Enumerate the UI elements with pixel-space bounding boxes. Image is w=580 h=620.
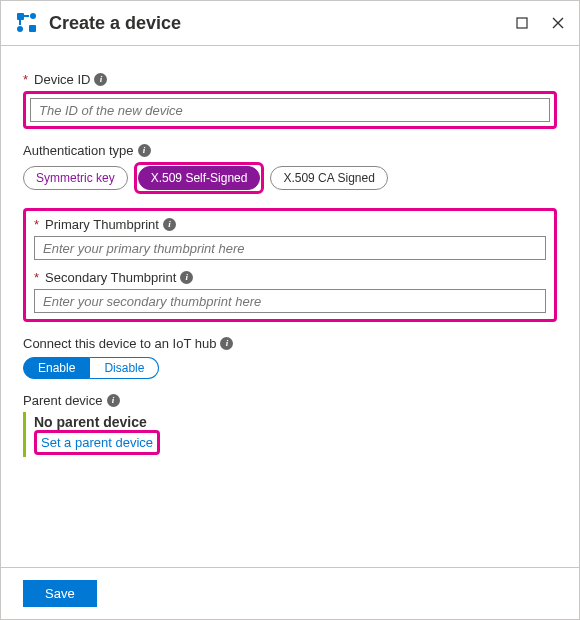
set-parent-link[interactable]: Set a parent device [41, 435, 153, 450]
info-icon[interactable]: i [180, 271, 193, 284]
close-button[interactable] [551, 16, 565, 30]
parent-none-text: No parent device [34, 414, 557, 430]
connect-enable[interactable]: Enable [23, 357, 90, 379]
required-indicator: * [34, 270, 39, 285]
svg-rect-6 [517, 18, 527, 28]
panel-title: Create a device [49, 13, 505, 34]
auth-type-label-row: Authentication type i [23, 143, 557, 158]
device-id-label: Device ID [34, 72, 90, 87]
maximize-button[interactable] [515, 16, 529, 30]
iot-logo-icon [15, 11, 39, 35]
svg-rect-3 [29, 25, 36, 32]
secondary-thumb-input[interactable] [34, 289, 546, 313]
parent-label: Parent device [23, 393, 103, 408]
device-id-label-row: * Device ID i [23, 72, 557, 87]
connect-section: Connect this device to an IoT hub i Enab… [23, 336, 557, 379]
connect-disable[interactable]: Disable [90, 357, 159, 379]
form-content: * Device ID i Authentication type i Symm… [1, 46, 579, 567]
auth-type-section: Authentication type i Symmetric key X.50… [23, 143, 557, 194]
connect-toggle: Enable Disable [23, 357, 557, 379]
titlebar: Create a device [1, 1, 579, 41]
info-icon[interactable]: i [94, 73, 107, 86]
device-id-highlight [23, 91, 557, 129]
svg-point-1 [30, 13, 36, 19]
device-id-input[interactable] [30, 98, 550, 122]
secondary-thumb-label: Secondary Thumbprint [45, 270, 176, 285]
device-id-section: * Device ID i [23, 72, 557, 129]
svg-rect-4 [24, 15, 29, 17]
set-parent-highlight: Set a parent device [34, 430, 160, 455]
connect-label-row: Connect this device to an IoT hub i [23, 336, 557, 351]
secondary-thumb-label-row: * Secondary Thumbprint i [34, 270, 546, 285]
footer: Save [1, 567, 579, 619]
required-indicator: * [34, 217, 39, 232]
primary-thumb-label: Primary Thumbprint [45, 217, 159, 232]
auth-option-selfsigned[interactable]: X.509 Self-Signed [138, 166, 261, 190]
save-button[interactable]: Save [23, 580, 97, 607]
create-device-panel: Create a device * Device ID i Authentica… [0, 0, 580, 620]
auth-option-casigned[interactable]: X.509 CA Signed [270, 166, 387, 190]
info-icon[interactable]: i [107, 394, 120, 407]
svg-point-2 [17, 26, 23, 32]
parent-label-row: Parent device i [23, 393, 557, 408]
primary-thumb-label-row: * Primary Thumbprint i [34, 217, 546, 232]
required-indicator: * [23, 72, 28, 87]
info-icon[interactable]: i [163, 218, 176, 231]
svg-rect-5 [19, 20, 21, 25]
secondary-thumb-section: * Secondary Thumbprint i [34, 270, 546, 313]
info-icon[interactable]: i [138, 144, 151, 157]
parent-block: No parent device Set a parent device [23, 412, 557, 457]
connect-label: Connect this device to an IoT hub [23, 336, 216, 351]
parent-section: Parent device i No parent device Set a p… [23, 393, 557, 457]
auth-option-symmetric[interactable]: Symmetric key [23, 166, 128, 190]
primary-thumb-input[interactable] [34, 236, 546, 260]
svg-rect-0 [17, 13, 24, 20]
primary-thumb-section: * Primary Thumbprint i [34, 217, 546, 260]
auth-type-options: Symmetric key X.509 Self-Signed X.509 CA… [23, 162, 557, 194]
info-icon[interactable]: i [220, 337, 233, 350]
auth-option-selfsigned-highlight: X.509 Self-Signed [134, 162, 265, 194]
thumbprint-highlight: * Primary Thumbprint i * Secondary Thumb… [23, 208, 557, 322]
auth-type-label: Authentication type [23, 143, 134, 158]
